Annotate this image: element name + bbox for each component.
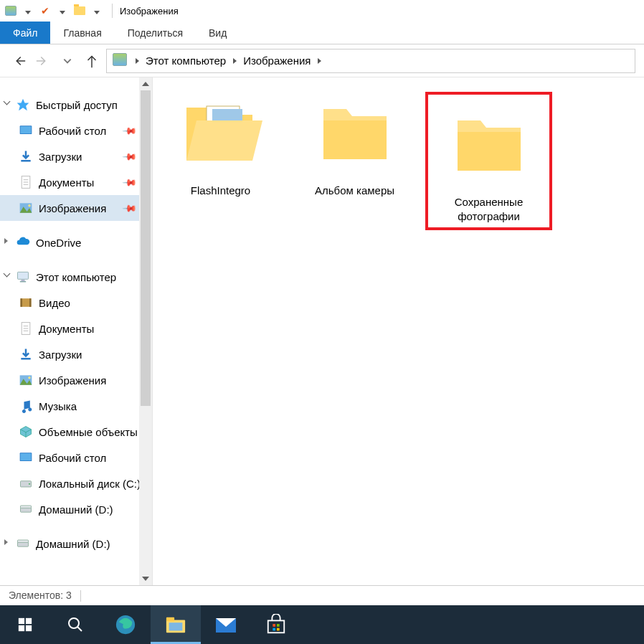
folder-сохраненные-фотографии[interactable]: Сохраненные фотографии xyxy=(425,92,552,230)
svg-rect-5 xyxy=(21,126,32,133)
sidebar: Быстрый доступРабочий стол📌Загрузки📌Доку… xyxy=(0,77,153,585)
folder-альбом-камеры[interactable]: Альбом камеры xyxy=(291,92,418,230)
sidebar-item-label: Рабочий стол xyxy=(39,452,106,464)
sidebar-item-объемные-объекты[interactable]: Объемные объекты xyxy=(0,419,140,445)
pin-icon: 📌 xyxy=(122,174,138,190)
file-tab-label: Файл xyxy=(13,27,37,39)
nav-bar: Этот компьютер Изображения xyxy=(0,44,644,77)
tab-share[interactable]: Поделиться xyxy=(115,22,196,44)
tab-home[interactable]: Главная xyxy=(50,22,114,44)
breadcrumb[interactable]: Этот компьютер Изображения xyxy=(106,49,635,73)
document-icon xyxy=(19,175,33,189)
sidebar-item-изображения[interactable]: Изображения📌 xyxy=(0,195,140,221)
sidebar-item-быстрый-доступ[interactable]: Быстрый доступ xyxy=(0,92,140,118)
desktop-icon xyxy=(19,450,33,465)
quick-access-check-icon[interactable]: ✔ xyxy=(37,3,53,19)
sidebar-scrollbar[interactable] xyxy=(139,77,152,585)
chevron-right-icon[interactable] xyxy=(4,539,13,548)
sidebar-item-label: Локальный диск (C:) xyxy=(39,478,140,490)
file-tab[interactable]: Файл xyxy=(0,22,50,44)
chevron-right-icon[interactable] xyxy=(4,238,13,247)
scroll-up-icon[interactable] xyxy=(139,77,152,90)
sidebar-item-документы[interactable]: Документы📌 xyxy=(0,169,140,195)
folder-flashintegro[interactable]: FlashIntegro xyxy=(157,92,284,230)
folder-icon xyxy=(72,3,87,19)
svg-marker-41 xyxy=(186,120,262,161)
taskbar-mail[interactable] xyxy=(201,605,251,644)
sidebar-item-загрузки[interactable]: Загрузки📌 xyxy=(0,143,140,169)
sidebar-item-домашний-d-[interactable]: Домашний (D:) xyxy=(0,496,140,522)
svg-point-27 xyxy=(28,377,30,379)
ribbon: Файл Главная Поделиться Вид xyxy=(0,22,644,44)
taskbar-explorer[interactable] xyxy=(151,605,201,644)
tab-view-label: Вид xyxy=(209,27,227,39)
svg-rect-49 xyxy=(26,625,32,631)
drive-icon xyxy=(16,536,30,551)
sidebar-item-label: Изображения xyxy=(39,202,106,214)
sidebar-item-рабочий-стол[interactable]: Рабочий стол xyxy=(0,445,140,470)
scrollbar-thumb[interactable] xyxy=(141,90,151,406)
sidebar-item-label: Документы xyxy=(39,323,94,335)
sidebar-item-onedrive[interactable]: OneDrive xyxy=(0,229,140,255)
svg-rect-19 xyxy=(29,298,32,307)
sidebar-item-документы[interactable]: Документы xyxy=(0,316,140,341)
quick-access-dropdown[interactable] xyxy=(20,3,36,19)
chevron-right-icon[interactable] xyxy=(313,49,325,72)
chevron-right-icon[interactable] xyxy=(131,49,143,72)
tab-view[interactable]: Вид xyxy=(196,22,240,44)
breadcrumb-root[interactable]: Этот компьютер xyxy=(143,55,229,67)
start-button[interactable] xyxy=(0,605,50,644)
scroll-down-icon[interactable] xyxy=(139,572,152,585)
forward-button[interactable] xyxy=(33,51,53,71)
chevron-down-icon[interactable] xyxy=(4,100,13,109)
sidebar-item-этот-компьютер[interactable]: Этот компьютер xyxy=(0,264,140,290)
sidebar-item-видео[interactable]: Видео xyxy=(0,290,140,316)
sidebar-item-музыка[interactable]: Музыка xyxy=(0,393,140,419)
quick-access-dropdown-2[interactable] xyxy=(55,3,70,19)
svg-rect-57 xyxy=(268,620,285,633)
folder-label: FlashIntegro xyxy=(157,184,284,198)
sidebar-item-label: Видео xyxy=(39,297,70,309)
svg-rect-61 xyxy=(277,628,280,631)
svg-rect-6 xyxy=(21,160,30,162)
sidebar-item-label: Загрузки xyxy=(39,151,82,163)
desktop-icon xyxy=(19,123,33,138)
pictures-location-icon xyxy=(113,53,128,69)
recent-locations-button[interactable] xyxy=(57,51,77,71)
chevron-right-icon[interactable] xyxy=(229,49,240,72)
svg-rect-14 xyxy=(18,272,29,279)
pin-icon: 📌 xyxy=(122,148,138,164)
pc-icon xyxy=(16,270,30,284)
quick-access-overflow[interactable] xyxy=(89,3,105,19)
sidebar-item-label: OneDrive xyxy=(36,237,81,249)
status-bar: Элементов: 3 xyxy=(0,585,644,605)
taskbar-store[interactable] xyxy=(251,605,301,644)
breadcrumb-leaf[interactable]: Изображения xyxy=(240,55,313,67)
sidebar-item-label: Этот компьютер xyxy=(36,271,116,283)
taskbar xyxy=(0,605,644,644)
star-icon xyxy=(16,98,30,112)
content-pane[interactable]: FlashIntegroАльбом камерыСохраненные фот… xyxy=(153,77,644,585)
svg-rect-60 xyxy=(273,628,275,631)
document-icon xyxy=(19,321,33,336)
window-title: Изображения xyxy=(117,6,179,16)
sidebar-item-домашний-d-[interactable]: Домашний (D:) xyxy=(0,531,140,557)
taskbar-edge[interactable] xyxy=(100,605,151,644)
sidebar-item-загрузки[interactable]: Загрузки xyxy=(0,341,140,367)
sidebar-item-локальный-диск-c-[interactable]: Локальный диск (C:) xyxy=(0,470,140,496)
picture-icon xyxy=(19,201,33,215)
tab-home-label: Главная xyxy=(63,27,101,39)
pin-icon: 📌 xyxy=(122,200,138,216)
svg-rect-45 xyxy=(458,132,521,171)
sidebar-item-изображения[interactable]: Изображения xyxy=(0,367,140,393)
svg-point-13 xyxy=(28,204,30,207)
svg-rect-15 xyxy=(22,280,25,281)
titlebar-divider xyxy=(112,4,113,18)
back-button[interactable] xyxy=(9,51,29,71)
search-button[interactable] xyxy=(50,605,100,644)
sidebar-item-рабочий-стол[interactable]: Рабочий стол📌 xyxy=(0,118,140,143)
drive-icon xyxy=(19,502,33,516)
sidebar-item-label: Домашний (D:) xyxy=(36,538,110,550)
chevron-down-icon[interactable] xyxy=(4,273,13,281)
up-button[interactable] xyxy=(82,51,102,71)
